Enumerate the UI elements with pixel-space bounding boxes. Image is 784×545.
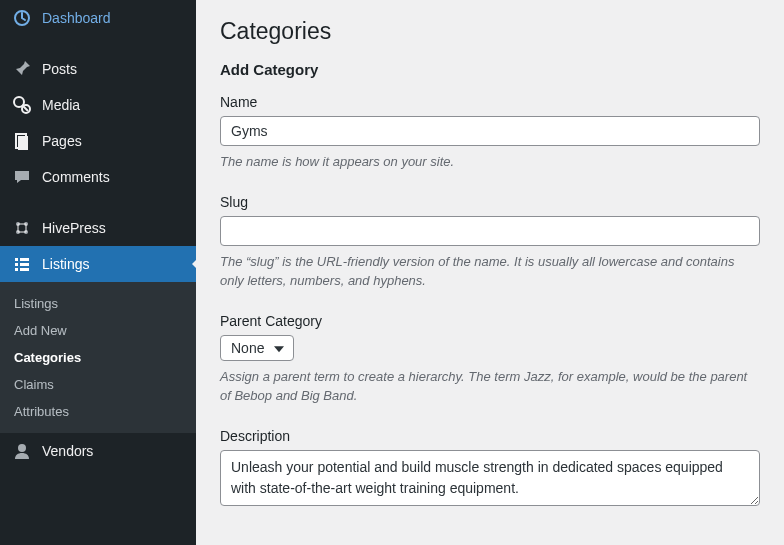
field-description: Description: [220, 428, 760, 510]
sidebar-item-label: Comments: [42, 169, 110, 185]
parent-help: Assign a parent term to create a hierarc…: [220, 367, 760, 406]
pages-icon: [12, 131, 32, 151]
svg-rect-11: [20, 263, 29, 266]
submenu-item-attributes[interactable]: Attributes: [0, 398, 196, 425]
sidebar-item-label: HivePress: [42, 220, 106, 236]
parent-label: Parent Category: [220, 313, 760, 329]
admin-sidebar: Dashboard Posts Media Pages Comments Hiv…: [0, 0, 196, 545]
sidebar-item-posts[interactable]: Posts: [0, 51, 196, 87]
sidebar-item-dashboard[interactable]: Dashboard: [0, 0, 196, 36]
sidebar-item-label: Media: [42, 97, 80, 113]
sidebar-item-comments[interactable]: Comments: [0, 159, 196, 195]
field-parent: Parent Category None Assign a parent ter…: [220, 313, 760, 406]
sidebar-item-hivepress[interactable]: HivePress: [0, 210, 196, 246]
description-label: Description: [220, 428, 760, 444]
page-title: Categories: [220, 18, 760, 45]
name-label: Name: [220, 94, 760, 110]
parent-select[interactable]: None: [220, 335, 294, 361]
sidebar-item-label: Vendors: [42, 443, 93, 459]
submenu-item-categories[interactable]: Categories: [0, 344, 196, 371]
slug-help: The “slug” is the URL-friendly version o…: [220, 252, 760, 291]
slug-label: Slug: [220, 194, 760, 210]
sidebar-item-label: Dashboard: [42, 10, 111, 26]
sidebar-item-media[interactable]: Media: [0, 87, 196, 123]
name-help: The name is how it appears on your site.: [220, 152, 760, 172]
description-textarea[interactable]: [220, 450, 760, 506]
dashboard-icon: [12, 8, 32, 28]
field-name: Name The name is how it appears on your …: [220, 94, 760, 172]
sidebar-item-listings[interactable]: Listings: [0, 246, 196, 282]
main-content: Categories Add Category Name The name is…: [196, 0, 784, 545]
comments-icon: [12, 167, 32, 187]
svg-rect-10: [15, 263, 18, 266]
sidebar-item-vendors[interactable]: Vendors: [0, 433, 196, 469]
media-icon: [12, 95, 32, 115]
slug-input[interactable]: [220, 216, 760, 246]
sidebar-item-label: Posts: [42, 61, 77, 77]
submenu-listings: Listings Add New Categories Claims Attri…: [0, 282, 196, 433]
svg-rect-9: [20, 258, 29, 261]
submenu-item-listings[interactable]: Listings: [0, 290, 196, 317]
svg-rect-12: [15, 268, 18, 271]
submenu-item-claims[interactable]: Claims: [0, 371, 196, 398]
submenu-item-add-new[interactable]: Add New: [0, 317, 196, 344]
field-slug: Slug The “slug” is the URL-friendly vers…: [220, 194, 760, 291]
listings-icon: [12, 254, 32, 274]
sidebar-item-pages[interactable]: Pages: [0, 123, 196, 159]
section-title: Add Category: [220, 61, 760, 78]
sidebar-item-label: Listings: [42, 256, 89, 272]
svg-rect-8: [15, 258, 18, 261]
svg-rect-13: [20, 268, 29, 271]
svg-point-14: [18, 444, 26, 452]
name-input[interactable]: [220, 116, 760, 146]
sidebar-item-label: Pages: [42, 133, 82, 149]
vendors-icon: [12, 441, 32, 461]
hivepress-icon: [12, 218, 32, 238]
svg-rect-3: [18, 136, 28, 150]
pin-icon: [12, 59, 32, 79]
